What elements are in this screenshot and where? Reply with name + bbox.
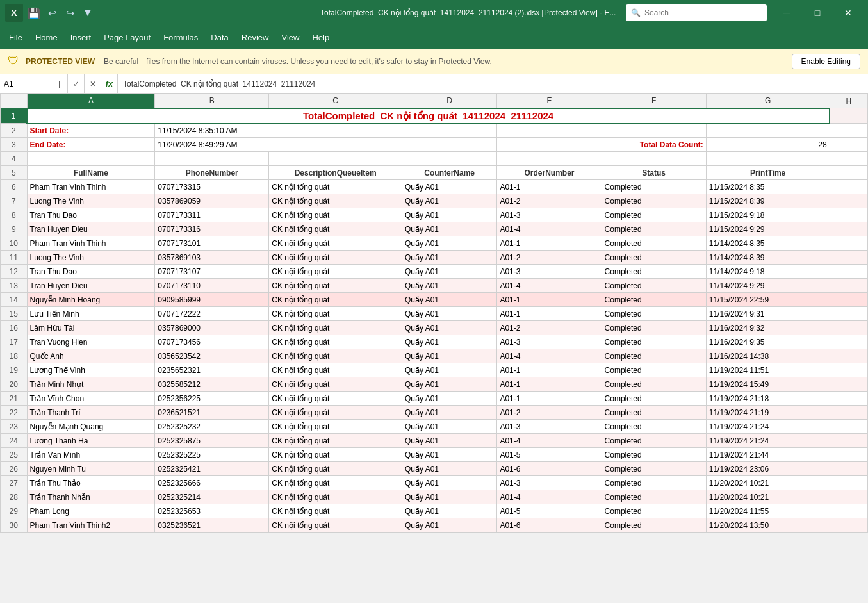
- row-num-8[interactable]: 8: [1, 208, 28, 222]
- cell-h-22[interactable]: [830, 406, 867, 420]
- cell-4a[interactable]: [27, 152, 155, 166]
- cell-order-15[interactable]: A01-1: [497, 307, 602, 321]
- cell-desc-21[interactable]: CK nội tổng quát: [269, 392, 402, 406]
- cell-order-8[interactable]: A01-3: [497, 208, 602, 222]
- row-num-4[interactable]: 4: [1, 152, 28, 166]
- cell-name-6[interactable]: Pham Tran Vinh Thinh: [27, 180, 155, 194]
- cell-order-26[interactable]: A01-6: [497, 462, 602, 476]
- menu-page-layout[interactable]: Page Layout: [97, 30, 157, 45]
- cell-phone-27[interactable]: 0252325666: [155, 476, 269, 490]
- cell-order-20[interactable]: A01-1: [497, 377, 602, 392]
- cell-time-16[interactable]: 11/16/2024 9:32: [706, 321, 830, 335]
- cell-h-18[interactable]: [830, 349, 867, 363]
- cell-status-11[interactable]: Completed: [602, 251, 706, 265]
- cell-counter-23[interactable]: Quầy A01: [402, 420, 497, 434]
- row-num-28[interactable]: 28: [1, 490, 28, 504]
- save-icon[interactable]: 💾: [27, 6, 41, 20]
- cell-counter-14[interactable]: Quầy A01: [402, 293, 497, 307]
- cell-counter-26[interactable]: Quầy A01: [402, 462, 497, 476]
- cell-3d[interactable]: [402, 138, 497, 152]
- cell-counter-12[interactable]: Quầy A01: [402, 265, 497, 279]
- cell-name-16[interactable]: Lâm Hữu Tài: [27, 321, 155, 335]
- cell-status-23[interactable]: Completed: [602, 420, 706, 434]
- cell-desc-30[interactable]: CK nội tổng quát: [269, 518, 402, 533]
- end-date-value[interactable]: 11/20/2024 8:49:29 AM: [155, 138, 402, 152]
- enable-editing-button[interactable]: Enable Editing: [792, 54, 860, 69]
- cell-desc-20[interactable]: CK nội tổng quát: [269, 377, 402, 392]
- cell-h-29[interactable]: [830, 504, 867, 518]
- cell-name-18[interactable]: Quốc Anh: [27, 349, 155, 363]
- cell-h-27[interactable]: [830, 476, 867, 490]
- undo-icon[interactable]: ↩: [45, 6, 59, 20]
- cell-phone-21[interactable]: 0252356225: [155, 392, 269, 406]
- cell-h-14[interactable]: [830, 293, 867, 307]
- cell-name-25[interactable]: Trần Văn Minh: [27, 448, 155, 462]
- cell-phone-7[interactable]: 0357869059: [155, 194, 269, 208]
- cell-order-21[interactable]: A01-1: [497, 392, 602, 406]
- cell-2d[interactable]: [402, 124, 497, 138]
- cell-3e[interactable]: [497, 138, 602, 152]
- cell-order-19[interactable]: A01-1: [497, 363, 602, 377]
- row-num-13[interactable]: 13: [1, 279, 28, 293]
- row-num-10[interactable]: 10: [1, 236, 28, 251]
- cell-counter-24[interactable]: Quầy A01: [402, 434, 497, 448]
- cell-order-11[interactable]: A01-2: [497, 251, 602, 265]
- cell-desc-6[interactable]: CK nội tổng quát: [269, 180, 402, 194]
- cell-order-10[interactable]: A01-1: [497, 236, 602, 251]
- cell-h-21[interactable]: [830, 392, 867, 406]
- cell-counter-6[interactable]: Quầy A01: [402, 180, 497, 194]
- row-num-6[interactable]: 6: [1, 180, 28, 194]
- cell-status-17[interactable]: Completed: [602, 335, 706, 349]
- cell-time-24[interactable]: 11/19/2024 21:24: [706, 434, 830, 448]
- cell-desc-25[interactable]: CK nội tổng quát: [269, 448, 402, 462]
- menu-data[interactable]: Data: [204, 30, 234, 45]
- cell-counter-27[interactable]: Quầy A01: [402, 476, 497, 490]
- cell-name-28[interactable]: Trần Thanh Nhẫn: [27, 490, 155, 504]
- search-box[interactable]: 🔍: [626, 4, 767, 21]
- cell-status-19[interactable]: Completed: [602, 363, 706, 377]
- cell-time-11[interactable]: 11/14/2024 8:39: [706, 251, 830, 265]
- title-cell[interactable]: TotalCompleted_CK nội tổng quát_14112024…: [27, 108, 830, 124]
- cell-counter-10[interactable]: Quầy A01: [402, 236, 497, 251]
- row-num-18[interactable]: 18: [1, 349, 28, 363]
- cell-status-10[interactable]: Completed: [602, 236, 706, 251]
- cell-order-23[interactable]: A01-3: [497, 420, 602, 434]
- cell-order-6[interactable]: A01-1: [497, 180, 602, 194]
- cell-h-30[interactable]: [830, 518, 867, 533]
- cell-phone-20[interactable]: 0325585212: [155, 377, 269, 392]
- cell-name-24[interactable]: Lương Thanh Hà: [27, 434, 155, 448]
- cell-phone-28[interactable]: 0252325214: [155, 490, 269, 504]
- cell-phone-13[interactable]: 0707173110: [155, 279, 269, 293]
- cell-time-15[interactable]: 11/16/2024 9:31: [706, 307, 830, 321]
- cell-time-29[interactable]: 11/20/2024 11:55: [706, 504, 830, 518]
- row-num-16[interactable]: 16: [1, 321, 28, 335]
- cell-status-25[interactable]: Completed: [602, 448, 706, 462]
- menu-formulas[interactable]: Formulas: [157, 30, 204, 45]
- cell-status-18[interactable]: Completed: [602, 349, 706, 363]
- cell-time-22[interactable]: 11/19/2024 21:19: [706, 406, 830, 420]
- cell-counter-13[interactable]: Quầy A01: [402, 279, 497, 293]
- cell-h-19[interactable]: [830, 363, 867, 377]
- cell-name-10[interactable]: Pham Tran Vinh Thinh: [27, 236, 155, 251]
- maximize-button[interactable]: □: [803, 0, 832, 26]
- cell-counter-30[interactable]: Quầy A01: [402, 518, 497, 533]
- cell-name-13[interactable]: Tran Huyen Dieu: [27, 279, 155, 293]
- cell-status-27[interactable]: Completed: [602, 476, 706, 490]
- row-num-7[interactable]: 7: [1, 194, 28, 208]
- cell-2e[interactable]: [497, 124, 602, 138]
- row-num-24[interactable]: 24: [1, 434, 28, 448]
- col-print[interactable]: PrintTime: [706, 166, 830, 180]
- cell-status-13[interactable]: Completed: [602, 279, 706, 293]
- row-num-9[interactable]: 9: [1, 222, 28, 236]
- cell-phone-6[interactable]: 0707173315: [155, 180, 269, 194]
- cell-desc-19[interactable]: CK nội tổng quát: [269, 363, 402, 377]
- cell-order-28[interactable]: A01-4: [497, 490, 602, 504]
- cell-time-7[interactable]: 11/15/2024 8:39: [706, 194, 830, 208]
- row-num-27[interactable]: 27: [1, 476, 28, 490]
- cell-time-13[interactable]: 11/14/2024 9:29: [706, 279, 830, 293]
- cell-name-7[interactable]: Luong The Vinh: [27, 194, 155, 208]
- cell-name-8[interactable]: Tran Thu Dao: [27, 208, 155, 222]
- cell-status-16[interactable]: Completed: [602, 321, 706, 335]
- cell-counter-7[interactable]: Quầy A01: [402, 194, 497, 208]
- cell-h-15[interactable]: [830, 307, 867, 321]
